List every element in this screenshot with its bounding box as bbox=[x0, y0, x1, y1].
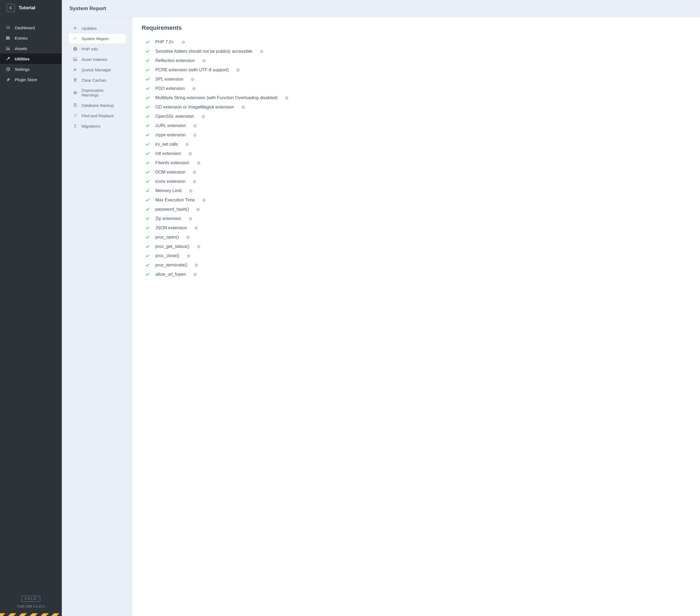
check-icon bbox=[146, 68, 150, 72]
subnav-item-label: Updates bbox=[82, 26, 97, 30]
info-icon[interactable] bbox=[196, 207, 200, 211]
requirement-label: ini_set calls bbox=[155, 142, 178, 147]
gauge-icon bbox=[5, 25, 10, 30]
info-icon[interactable] bbox=[192, 180, 197, 184]
info-icon[interactable] bbox=[197, 245, 201, 249]
requirement-label: Memory Limit bbox=[155, 188, 182, 193]
subnav-item-label: Queue Manager bbox=[82, 67, 111, 72]
subnav-item-find-and-replace[interactable]: Find and Replace bbox=[69, 111, 125, 120]
subnav-item-label: Asset Indexes bbox=[82, 57, 107, 62]
check-icon bbox=[146, 272, 150, 277]
subnav-item-asset-indexes[interactable]: Asset Indexes bbox=[69, 54, 125, 64]
info-icon[interactable] bbox=[192, 87, 196, 91]
nav-item-assets[interactable]: Assets bbox=[0, 43, 62, 54]
info-icon[interactable] bbox=[186, 235, 190, 240]
info-icon[interactable] bbox=[185, 142, 189, 146]
requirement-label: OpenSSL extension bbox=[155, 114, 194, 119]
info-icon[interactable] bbox=[193, 272, 197, 277]
nav-item-plugin-store[interactable]: Plugin Store bbox=[0, 74, 62, 85]
requirement-label: PHP 7.0+ bbox=[155, 40, 174, 44]
requirement-row: Sensitive folders should not be publicly… bbox=[142, 47, 691, 56]
requirement-label: DOM extension bbox=[155, 170, 185, 175]
nav-item-label: Dashboard bbox=[15, 25, 35, 30]
check-icon bbox=[146, 49, 150, 54]
edition-badge[interactable]: SOLO bbox=[22, 596, 40, 602]
check-icon bbox=[146, 179, 150, 184]
info-icon[interactable] bbox=[191, 77, 195, 81]
requirement-row: proc_terminate() bbox=[142, 260, 691, 270]
requirement-row: Max Execution Time bbox=[142, 195, 691, 205]
info-icon[interactable] bbox=[202, 198, 206, 202]
subnav-item-database-backup[interactable]: Database Backup bbox=[69, 100, 125, 110]
subnav-item-label: System Report bbox=[82, 36, 109, 41]
nav-item-utilities[interactable]: Utilities bbox=[0, 54, 62, 64]
check-icon bbox=[146, 40, 150, 44]
info-icon[interactable] bbox=[181, 40, 185, 44]
requirement-label: proc_close() bbox=[155, 253, 179, 258]
section-title: Requirements bbox=[142, 24, 691, 31]
check-icon bbox=[146, 263, 150, 267]
check-icon bbox=[146, 77, 150, 81]
requirement-label: Reflection extension bbox=[155, 58, 195, 63]
info-icon[interactable] bbox=[241, 105, 245, 109]
requirements-list: PHP 7.0+Sensitive folders should not be … bbox=[142, 37, 691, 279]
nav-item-dashboard[interactable]: Dashboard bbox=[0, 22, 62, 33]
info-icon[interactable] bbox=[236, 68, 240, 72]
upload-icon bbox=[73, 124, 78, 128]
info-icon[interactable] bbox=[188, 152, 192, 156]
subnav-item-php-info[interactable]: PHP Info bbox=[69, 44, 125, 54]
requirement-row: SPL extension bbox=[142, 75, 691, 84]
info-icon[interactable] bbox=[188, 217, 192, 221]
check-icon bbox=[146, 235, 150, 240]
sidebar-footer: SOLO Craft CMS 3.4.10.1 bbox=[0, 592, 62, 613]
subnav-item-label: Database Backup bbox=[82, 103, 114, 108]
requirement-row: iconv extension bbox=[142, 177, 691, 186]
requirement-row: Zip extension bbox=[142, 214, 691, 223]
requirement-row: proc_close() bbox=[142, 251, 691, 260]
info-icon[interactable] bbox=[202, 59, 206, 63]
check-icon bbox=[146, 151, 150, 156]
check-icon bbox=[146, 86, 150, 91]
image-icon bbox=[5, 46, 10, 51]
info-icon[interactable] bbox=[194, 226, 198, 230]
info-icon[interactable] bbox=[193, 133, 197, 137]
info-icon[interactable] bbox=[285, 96, 289, 100]
subnav-item-deprecation-warnings[interactable]: Deprecation Warnings bbox=[69, 86, 125, 100]
check-icon bbox=[146, 216, 150, 221]
info-icon[interactable] bbox=[193, 124, 197, 128]
info-icon[interactable] bbox=[192, 170, 197, 174]
subnav-item-system-report[interactable]: System Report bbox=[69, 34, 125, 43]
version-label: Craft CMS 3.4.10.1 bbox=[0, 604, 62, 608]
info-icon[interactable] bbox=[201, 115, 205, 119]
check-icon bbox=[146, 244, 150, 249]
check-icon bbox=[146, 226, 150, 230]
sidebar-header[interactable]: C Tutorial bbox=[0, 0, 62, 16]
nav-item-label: Assets bbox=[15, 46, 27, 51]
image-icon bbox=[73, 57, 78, 62]
requirement-label: proc_open() bbox=[155, 235, 179, 240]
news-icon bbox=[5, 36, 10, 40]
dev-mode-stripes bbox=[0, 613, 62, 616]
trash-icon bbox=[73, 78, 78, 82]
nav-item-entries[interactable]: Entries bbox=[0, 33, 62, 43]
info-icon[interactable] bbox=[197, 161, 201, 165]
database-icon bbox=[73, 103, 78, 108]
subnav-item-queue-manager[interactable]: Queue Manager bbox=[69, 65, 125, 75]
info-icon[interactable] bbox=[189, 189, 193, 193]
requirement-label: proc_terminate() bbox=[155, 262, 187, 268]
requirement-row: JSON extension bbox=[142, 223, 691, 233]
plug-icon bbox=[5, 77, 10, 82]
subnav-item-updates[interactable]: Updates bbox=[69, 23, 125, 33]
nav-item-settings[interactable]: Settings bbox=[0, 64, 62, 74]
requirement-row: ini_set calls bbox=[142, 140, 691, 149]
play-icon bbox=[73, 67, 78, 72]
requirement-row: allow_url_fopen bbox=[142, 270, 691, 279]
subnav-item-clear-caches[interactable]: Clear Caches bbox=[69, 75, 125, 85]
info-icon[interactable] bbox=[195, 263, 199, 267]
info-icon[interactable] bbox=[260, 50, 264, 54]
info-icon[interactable] bbox=[187, 254, 191, 258]
page-title: System Report bbox=[70, 5, 692, 12]
subnav-item-migrations[interactable]: Migrations bbox=[69, 121, 125, 131]
check-icon bbox=[146, 96, 150, 100]
requirement-row: GD extension or ImageMagick extension bbox=[142, 102, 691, 112]
